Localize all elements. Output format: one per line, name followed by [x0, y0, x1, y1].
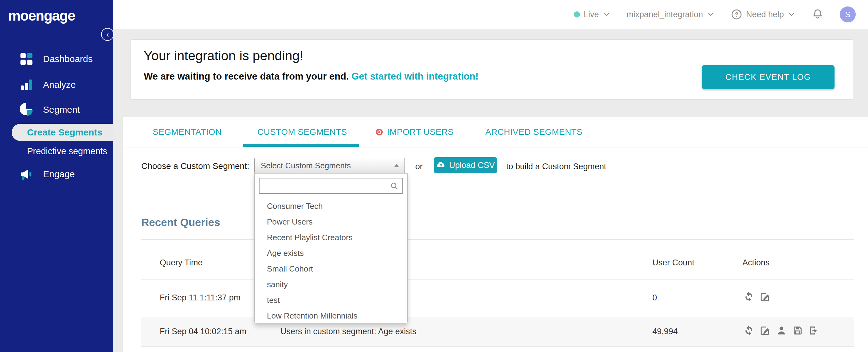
cloud-upload-icon [436, 160, 446, 170]
refresh-icon[interactable] [743, 291, 754, 302]
sidebar-item-create-segments[interactable]: Create Segments [12, 124, 113, 141]
search-icon [390, 182, 399, 191]
avatar-initial: S [845, 10, 850, 19]
export-icon[interactable] [808, 325, 819, 336]
chevron-down-icon [707, 10, 715, 19]
edit-icon[interactable] [760, 325, 771, 336]
sidebar-item-label: Segment [43, 104, 80, 115]
sidebar-item-segment[interactable]: Segment [0, 100, 113, 120]
avatar[interactable]: S [840, 6, 856, 23]
divider [141, 239, 854, 239]
tab-label: IMPORT USERS [387, 127, 454, 137]
sidebar-collapse-button[interactable]: ‹ [101, 28, 114, 41]
bell-icon[interactable] [811, 8, 824, 21]
environment-label: Live [584, 10, 599, 19]
query-time-cell: Fri Sep 04 10:02:15 am [160, 327, 246, 336]
help-label: Need help [746, 10, 784, 19]
chevron-down-icon [787, 10, 796, 19]
dropdown-option[interactable]: Low Retention Millennials [255, 308, 408, 324]
environment-switcher[interactable]: Live [574, 10, 611, 19]
sidebar-item-label: Predictive segments [27, 146, 107, 156]
banner-message: We are waiting to receive data from your… [144, 71, 478, 82]
collapse-chevron-icon: ‹ [106, 30, 109, 38]
custom-segment-select[interactable]: Select Custom Segments [254, 158, 405, 173]
tab-import-users[interactable]: IMPORT USERS [376, 117, 454, 147]
grid-icon [19, 51, 34, 67]
divider [141, 280, 854, 280]
live-status-dot [574, 11, 580, 18]
banner-message-text: We are waiting to receive data from your… [144, 71, 351, 82]
integration-banner: Your integration is pending! We are wait… [130, 39, 853, 99]
query-info-cell: Users in custom segment: Age exists [280, 327, 416, 336]
app-root: Live mixpanel_integration ? Need help [0, 0, 868, 352]
dropdown-option[interactable]: Consumer Tech [255, 198, 408, 214]
sidebar-item-analyze[interactable]: Analyze [0, 75, 113, 95]
user-count-cell: 0 [652, 293, 657, 302]
moengage-logo[interactable]: moengage [0, 0, 113, 24]
sidebar-item-predictive-segments[interactable]: Predictive segments [0, 142, 113, 160]
sidebar-item-engage[interactable]: Engage [0, 164, 113, 184]
top-header: Live mixpanel_integration ? Need help [113, 0, 868, 29]
pie-chart-icon [19, 102, 34, 118]
edit-icon[interactable] [760, 291, 771, 302]
query-time-cell: Fri Sep 11 1:11:37 pm [160, 293, 241, 302]
check-event-log-button[interactable]: CHECK EVENT LOG [702, 65, 835, 89]
sidebar-item-label: Engage [43, 169, 75, 180]
segments-panel: SEGMENTATION CUSTOM SEGMENTS IMPORT USER… [123, 117, 868, 352]
refresh-icon[interactable] [743, 325, 754, 336]
segment-search-input[interactable] [259, 178, 403, 194]
sidebar-item-label: Create Segments [27, 127, 102, 138]
dropdown-option[interactable]: Age exists [255, 246, 408, 261]
tab-archived-segments[interactable]: ARCHIVED SEGMENTS [485, 117, 582, 147]
tab-label: SEGMENTATION [153, 127, 222, 137]
choose-segment-label: Choose a Custom Segment: [141, 161, 249, 171]
column-header-query-time: Query Time [160, 258, 203, 267]
select-value: Select Custom Segments [261, 161, 351, 170]
upload-csv-label: Upload CSV [449, 161, 495, 170]
question-circle-icon: ? [731, 9, 742, 20]
help-menu[interactable]: ? Need help [731, 9, 796, 20]
dropdown-option[interactable]: Small Cohort [255, 261, 408, 277]
workspace-label: mixpanel_integration [627, 10, 703, 19]
sidebar-item-label: Analyze [43, 79, 76, 90]
upload-csv-button[interactable]: Upload CSV [434, 157, 497, 173]
tab-label: CUSTOM SEGMENTS [257, 127, 347, 137]
import-users-badge-icon [376, 129, 383, 135]
workspace-switcher[interactable]: mixpanel_integration [627, 10, 715, 19]
chevron-up-icon [394, 164, 399, 167]
chevron-down-icon [602, 10, 611, 19]
column-header-actions: Actions [742, 258, 770, 267]
dropdown-option[interactable]: Recent Playlist Creators [255, 230, 408, 246]
tab-segmentation[interactable]: SEGMENTATION [153, 117, 222, 147]
megaphone-icon [19, 166, 34, 182]
dropdown-option[interactable]: Power Users [255, 214, 408, 230]
tab-custom-segments[interactable]: CUSTOM SEGMENTS [257, 117, 347, 147]
custom-segment-dropdown: Consumer Tech Power Users Recent Playlis… [254, 173, 408, 324]
svg-text:?: ? [735, 11, 738, 18]
banner-title: Your integration is pending! [144, 48, 304, 63]
sidebar-item-label: Dashboards [43, 54, 93, 64]
sidebar-item-dashboards[interactable]: Dashboards [0, 49, 113, 69]
bar-chart-icon [19, 77, 34, 93]
get-started-link[interactable]: Get started with integration! [351, 71, 478, 82]
or-text: or [415, 162, 423, 171]
tab-label: ARCHIVED SEGMENTS [485, 127, 582, 137]
user-icon[interactable] [776, 325, 787, 336]
dropdown-option[interactable]: test [255, 292, 408, 308]
user-count-cell: 49,994 [652, 327, 678, 336]
column-header-user-count: User Count [652, 258, 694, 267]
build-segment-text: to build a Custom Segment [506, 162, 606, 171]
active-tab-underline [243, 144, 359, 147]
sidebar: moengage Dashboards Analyze Seg [0, 0, 113, 352]
tabs-divider [123, 147, 868, 148]
recent-queries-title: Recent Queries [141, 216, 220, 228]
save-icon[interactable] [792, 325, 803, 336]
dropdown-option[interactable]: sanity [255, 277, 408, 292]
